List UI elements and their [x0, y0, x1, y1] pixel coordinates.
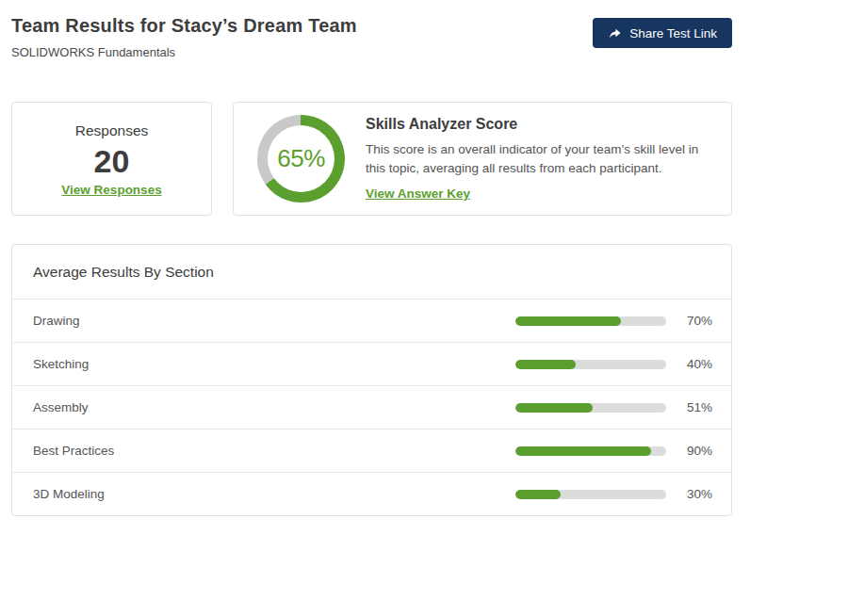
progress-bar: [515, 360, 666, 369]
progress-bar: [515, 490, 666, 499]
progress-bar-fill: [515, 403, 593, 413]
progress-bar-fill: [515, 490, 561, 499]
section-row-best-practices: Best Practices 90%: [12, 429, 731, 472]
section-label: Drawing: [33, 314, 80, 328]
share-arrow-icon: [608, 26, 622, 41]
section-label: Assembly: [33, 400, 89, 414]
page-subtitle: SOLIDWORKS Fundamentals: [11, 45, 357, 59]
section-percent: 30%: [678, 487, 712, 501]
section-row-drawing: Drawing 70%: [12, 299, 731, 342]
section-percent: 51%: [678, 400, 712, 414]
sections-card: Average Results By Section Drawing 70% S…: [11, 244, 732, 516]
score-card-title: Skills Analyzer Score: [366, 116, 712, 133]
page-title: Team Results for Stacy’s Dream Team: [11, 15, 357, 37]
section-row-3d-modeling: 3D Modeling 30%: [12, 472, 731, 515]
score-donut-label: 65%: [277, 144, 325, 173]
section-percent: 40%: [678, 357, 712, 371]
skills-analyzer-card: 65% Skills Analyzer Score This score is …: [233, 102, 732, 216]
progress-bar-fill: [515, 360, 576, 369]
score-donut-chart: 65%: [257, 115, 345, 203]
progress-bar-fill: [515, 446, 651, 456]
responses-count: 20: [94, 143, 130, 180]
view-responses-link[interactable]: View Responses: [61, 183, 161, 197]
donut-hole: 65%: [268, 125, 334, 192]
progress-bar: [515, 316, 666, 326]
responses-card-title: Responses: [75, 122, 149, 139]
section-percent: 90%: [678, 444, 712, 458]
title-block: Team Results for Stacy’s Dream Team SOLI…: [11, 15, 357, 59]
share-test-link-button[interactable]: Share Test Link: [593, 18, 732, 48]
progress-bar-fill: [515, 316, 621, 326]
section-label: 3D Modeling: [33, 487, 105, 501]
section-row-sketching: Sketching 40%: [12, 342, 731, 385]
view-answer-key-link[interactable]: View Answer Key: [366, 186, 470, 201]
responses-card: Responses 20 View Responses: [11, 102, 212, 216]
summary-cards-row: Responses 20 View Responses 65% Skills A…: [11, 102, 732, 216]
page-header: Team Results for Stacy’s Dream Team SOLI…: [11, 15, 732, 59]
sections-card-title: Average Results By Section: [12, 245, 731, 299]
section-row-assembly: Assembly 51%: [12, 385, 731, 429]
section-percent: 70%: [678, 314, 712, 328]
section-label: Best Practices: [33, 444, 114, 458]
section-label: Sketching: [33, 357, 89, 371]
score-card-description: This score is an overall indicator of yo…: [366, 140, 712, 179]
share-button-label: Share Test Link: [629, 26, 717, 41]
page: Team Results for Stacy’s Dream Team SOLI…: [11, 0, 732, 516]
progress-bar: [515, 403, 666, 413]
progress-bar: [515, 446, 666, 456]
score-text-block: Skills Analyzer Score This score is an o…: [366, 116, 731, 203]
